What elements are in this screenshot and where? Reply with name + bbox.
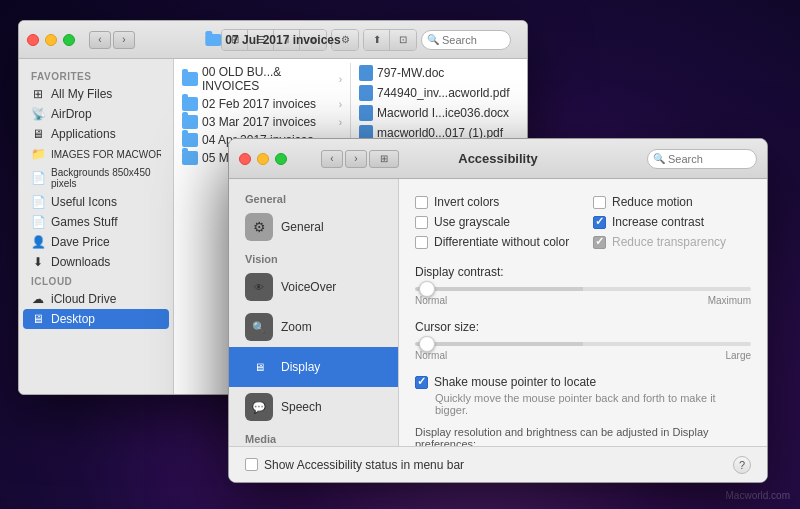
increase-contrast-checkbox[interactable]: [593, 216, 606, 229]
file-row[interactable]: 02 Feb 2017 invoices ›: [174, 95, 350, 113]
folder-icon: [182, 115, 198, 129]
display-contrast-thumb[interactable]: [419, 281, 435, 297]
invert-colors-row[interactable]: Invert colors: [415, 195, 573, 209]
invert-colors-label: Invert colors: [434, 195, 499, 209]
acc-grid-button[interactable]: ⊞: [369, 150, 399, 168]
favorites-label: Favorites: [19, 67, 173, 84]
useful-icons-icon: 📄: [31, 195, 45, 209]
sidebar-item-all-my-files[interactable]: ⊞ All My Files: [19, 84, 173, 104]
reduce-transparency-row[interactable]: Reduce transparency: [593, 235, 751, 249]
reduce-motion-row[interactable]: Reduce motion: [593, 195, 751, 209]
reduce-motion-checkbox[interactable]: [593, 196, 606, 209]
sidebar-item-airdrop[interactable]: 📡 AirDrop: [19, 104, 173, 124]
folder-icon: [182, 97, 198, 111]
acc-sidebar-label: Display: [281, 360, 320, 374]
arrow-icon: ›: [339, 74, 342, 85]
acc-forward-button[interactable]: ›: [345, 150, 367, 168]
display-contrast-slider-row: [415, 283, 751, 295]
acc-sidebar-item-speech[interactable]: 💬 Speech: [229, 387, 398, 427]
acc-sidebar-label: Speech: [281, 400, 322, 414]
acc-sidebar-item-display[interactable]: 🖥 Display: [229, 347, 398, 387]
more-btn[interactable]: ⊡: [390, 30, 416, 50]
file-row[interactable]: 797-MW.doc: [351, 63, 527, 83]
reduce-motion-label: Reduce motion: [612, 195, 693, 209]
shake-mouse-row[interactable]: Shake mouse pointer to locate: [415, 375, 751, 389]
speech-icon: 💬: [245, 393, 273, 421]
acc-sidebar-item-general[interactable]: ⚙ General: [229, 207, 398, 247]
share-buttons: ⬆ ⊡: [363, 29, 417, 51]
airdrop-icon: 📡: [31, 107, 45, 121]
use-grayscale-checkbox[interactable]: [415, 216, 428, 229]
acc-sidebar-label: VoiceOver: [281, 280, 336, 294]
vision-section-label: Vision: [229, 247, 398, 267]
applications-icon: 🖥: [31, 127, 45, 141]
shake-mouse-checkbox[interactable]: [415, 376, 428, 389]
acc-back-button[interactable]: ‹: [321, 150, 343, 168]
cursor-size-thumb[interactable]: [419, 336, 435, 352]
finder-sidebar: Favorites ⊞ All My Files 📡 AirDrop 🖥 App…: [19, 59, 174, 394]
sidebar-item-label: IMAGES FOR MACWORLD ONL...: [51, 149, 161, 160]
differentiate-label: Differentiate without color: [434, 235, 569, 249]
acc-close-button[interactable]: [239, 153, 251, 165]
sidebar-item-applications[interactable]: 🖥 Applications: [19, 124, 173, 144]
arrow-icon: ›: [339, 117, 342, 128]
acc-titlebar: ‹ › ⊞ Accessibility 🔍: [229, 139, 767, 179]
share-btn[interactable]: ⬆: [364, 30, 390, 50]
sidebar-item-label: Dave Price: [51, 235, 110, 249]
sidebar-item-games-stuff[interactable]: 📄 Games Stuff: [19, 212, 173, 232]
acc-sidebar-label: General: [281, 220, 324, 234]
sidebar-item-label: Useful Icons: [51, 195, 117, 209]
contrast-normal-label: Normal: [415, 295, 447, 306]
acc-maximize-button[interactable]: [275, 153, 287, 165]
icloud-drive-icon: ☁: [31, 292, 45, 306]
doc-icon: [359, 65, 373, 81]
sidebar-item-useful-icons[interactable]: 📄 Useful Icons: [19, 192, 173, 212]
menu-bar-checkbox-row[interactable]: Show Accessibility status in menu bar: [245, 458, 464, 472]
contrast-max-label: Maximum: [708, 295, 751, 306]
cursor-size-slider-row: [415, 338, 751, 350]
sidebar-item-images-macworld[interactable]: 📁 IMAGES FOR MACWORLD ONL...: [19, 144, 173, 164]
file-row[interactable]: 03 Mar 2017 invoices ›: [174, 113, 350, 131]
menu-bar-label: Show Accessibility status in menu bar: [264, 458, 464, 472]
back-button[interactable]: ‹: [89, 31, 111, 49]
close-button[interactable]: [27, 34, 39, 46]
differentiate-without-color-row[interactable]: Differentiate without color: [415, 235, 573, 249]
acc-checkboxes: Invert colors Reduce motion Use grayscal…: [415, 195, 751, 249]
sidebar-item-downloads[interactable]: ⬇ Downloads: [19, 252, 173, 272]
minimize-button[interactable]: [45, 34, 57, 46]
accessibility-window: ‹ › ⊞ Accessibility 🔍 General ⚙ General …: [228, 138, 768, 483]
help-button[interactable]: ?: [733, 456, 751, 474]
menu-bar-checkbox[interactable]: [245, 458, 258, 471]
acc-sidebar-item-zoom[interactable]: 🔍 Zoom: [229, 307, 398, 347]
file-row[interactable]: 744940_inv...acworld.pdf: [351, 83, 527, 103]
shake-mouse-section: Shake mouse pointer to locate Quickly mo…: [415, 375, 751, 416]
sidebar-item-dave-price[interactable]: 👤 Dave Price: [19, 232, 173, 252]
differentiate-checkbox[interactable]: [415, 236, 428, 249]
acc-bottom-bar: Show Accessibility status in menu bar ?: [229, 446, 767, 482]
forward-button[interactable]: ›: [113, 31, 135, 49]
sidebar-item-icloud-drive[interactable]: ☁ iCloud Drive: [19, 289, 173, 309]
acc-content: Invert colors Reduce motion Use grayscal…: [399, 179, 767, 482]
shake-mouse-description: Quickly move the mouse pointer back and …: [435, 392, 751, 416]
invert-colors-checkbox[interactable]: [415, 196, 428, 209]
display-contrast-track: [415, 287, 751, 291]
maximize-button[interactable]: [63, 34, 75, 46]
acc-sidebar: General ⚙ General Vision 👁 VoiceOver 🔍 Z…: [229, 179, 399, 482]
use-grayscale-row[interactable]: Use grayscale: [415, 215, 573, 229]
media-section-label: Media: [229, 427, 398, 447]
folder-icon: [182, 72, 198, 86]
file-row[interactable]: 00 OLD BU...& INVOICES ›: [174, 63, 350, 95]
folder-icon: [182, 133, 198, 147]
all-my-files-icon: ⊞: [31, 87, 45, 101]
acc-sidebar-item-voiceover[interactable]: 👁 VoiceOver: [229, 267, 398, 307]
increase-contrast-row[interactable]: Increase contrast: [593, 215, 751, 229]
acc-minimize-button[interactable]: [257, 153, 269, 165]
sidebar-item-backgrounds[interactable]: 📄 Backgrounds 850x450 pixels: [19, 164, 173, 192]
cursor-size-labels: Normal Large: [415, 350, 751, 361]
display-icon: 🖥: [245, 353, 273, 381]
file-row[interactable]: Macworld I...ice036.docx: [351, 103, 527, 123]
images-macworld-icon: 📁: [31, 147, 45, 161]
sidebar-item-desktop[interactable]: 🖥 Desktop: [23, 309, 169, 329]
reduce-transparency-checkbox[interactable]: [593, 236, 606, 249]
voiceover-icon: 👁: [245, 273, 273, 301]
